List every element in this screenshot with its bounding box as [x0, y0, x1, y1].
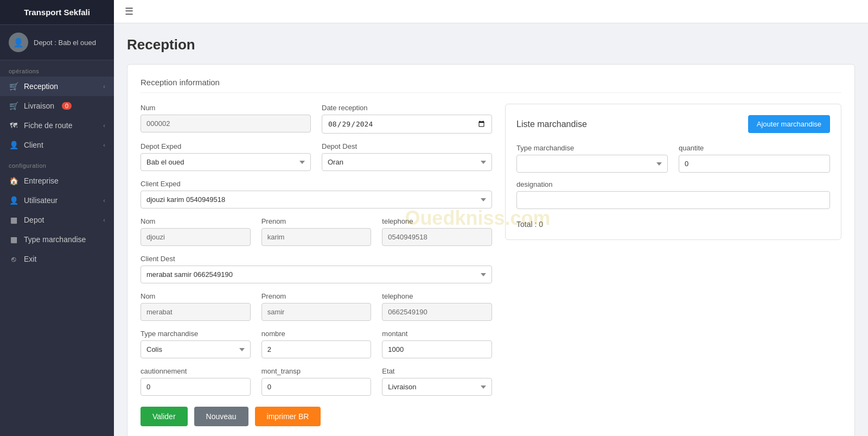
marchandise-designation-label: designation — [516, 180, 830, 188]
sidebar-item-label: Client — [24, 141, 43, 149]
marchandise-type-select[interactable] — [516, 155, 668, 173]
prenom-exped-group: Prenom — [261, 217, 372, 246]
tel-exped-input[interactable] — [382, 228, 492, 246]
sidebar-item-entreprise[interactable]: 🏠 Entreprise — [0, 171, 114, 191]
nom-exped-input[interactable] — [141, 228, 251, 246]
sidebar-item-livraison[interactable]: 🛒 Livraison 0 — [0, 96, 114, 116]
marchandise-container: Liste marchandise Ajouter marchandise Ty… — [505, 104, 841, 240]
prenom-dest-input[interactable] — [261, 303, 372, 321]
sidebar-item-fiche-de-route[interactable]: 🗺 Fiche de route ‹ — [0, 116, 114, 135]
total-text: Total : 0 — [516, 220, 543, 229]
sidebar-item-label: Livraison — [24, 102, 54, 110]
mont-transp-group: mont_transp — [261, 367, 372, 396]
cautionnement-input[interactable] — [141, 378, 251, 396]
depot-exped-select[interactable]: Bab el oued — [141, 153, 311, 171]
content-area: Reception Reception information Num Date… — [114, 23, 868, 436]
marchandise-panel: Liste marchandise Ajouter marchandise Ty… — [505, 104, 841, 426]
num-date-row: Num Date reception — [141, 104, 492, 134]
chevron-icon: ‹ — [103, 197, 105, 204]
prenom-dest-group: Prenom — [261, 292, 372, 321]
marchandise-designation-group: designation — [516, 180, 830, 209]
marchandise-quantite-input[interactable] — [679, 155, 830, 173]
app-title: Transport Sekfali — [0, 0, 114, 25]
nom-exped-group: Nom — [141, 217, 251, 246]
marchandise-title: Liste marchandise — [516, 119, 587, 129]
client-dest-row: Client Dest merabat samir 0662549190 — [141, 255, 492, 283]
depot-label: Depot : Bab el oued — [34, 39, 96, 47]
type-icon: ▦ — [9, 235, 18, 244]
form-left: Num Date reception Depot Exped — [141, 104, 492, 426]
etat-group: Etat Livraison En attente Livré — [382, 367, 492, 396]
marchandise-header: Liste marchandise Ajouter marchandise — [516, 115, 830, 133]
nom-prenom-tel-exped-row: Nom Prenom telephone — [141, 217, 492, 246]
date-reception-input[interactable] — [322, 115, 492, 134]
nombre-input[interactable] — [261, 340, 372, 358]
prenom-dest-label: Prenom — [261, 292, 372, 300]
marchandise-type-label: Type marchandise — [516, 144, 668, 152]
user-info: 👤 Depot : Bab el oued — [0, 25, 114, 60]
sidebar-item-label: Entreprise — [24, 176, 59, 185]
depot-exped-label: Depot Exped — [141, 142, 311, 150]
livraison-badge: 0 — [62, 102, 72, 110]
date-reception-label: Date reception — [322, 104, 492, 112]
entreprise-icon: 🏠 — [9, 176, 18, 185]
sidebar-item-depot[interactable]: ▦ Depot ‹ — [0, 210, 114, 230]
exit-icon: ⎋ — [9, 255, 18, 263]
num-input[interactable] — [141, 115, 311, 132]
nom-exped-label: Nom — [141, 217, 251, 225]
sidebar-item-client[interactable]: 👤 Client ‹ — [0, 135, 114, 155]
sidebar-item-reception[interactable]: 🛒 Reception ‹ — [0, 77, 114, 96]
client-exped-group: Client Exped djouzi karim 0540949518 — [141, 180, 492, 208]
marchandise-quantite-label: quantite — [679, 144, 830, 152]
client-icon: 👤 — [9, 141, 18, 149]
chevron-icon: ‹ — [103, 217, 105, 223]
depot-dest-select[interactable]: Oran — [322, 153, 492, 171]
type-marchandise-label: Type marchandise — [141, 330, 251, 338]
client-exped-row: Client Exped djouzi karim 0540949518 — [141, 180, 492, 208]
ajouter-marchandise-button[interactable]: Ajouter marchandise — [748, 115, 830, 133]
prenom-exped-label: Prenom — [261, 217, 372, 225]
card-title: Reception information — [141, 78, 841, 93]
depot-row: Depot Exped Bab el oued Depot Dest Oran — [141, 142, 492, 171]
imprimer-br-button[interactable]: imprimer BR — [255, 407, 321, 426]
sidebar-item-label: Type marchandise — [24, 235, 86, 244]
montant-input[interactable] — [382, 340, 492, 358]
action-buttons: Valider Nouveau imprimer BR — [141, 407, 492, 426]
mont-transp-input[interactable] — [261, 378, 372, 396]
marchandise-form: Type marchandise quantite — [516, 144, 830, 209]
type-marchandise-group: Type marchandise Colis — [141, 330, 251, 358]
nom-dest-group: Nom — [141, 292, 251, 321]
nouveau-button[interactable]: Nouveau — [194, 407, 248, 426]
sidebar-item-type-marchandise[interactable]: ▦ Type marchandise — [0, 230, 114, 249]
nombre-group: nombre — [261, 330, 372, 358]
marchandise-type-group: Type marchandise — [516, 144, 668, 173]
sidebar-item-label: Utilisateur — [24, 196, 58, 205]
client-dest-label: Client Dest — [141, 255, 492, 263]
sidebar-item-exit[interactable]: ⎋ Exit — [0, 249, 114, 269]
menu-icon[interactable]: ☰ — [125, 5, 133, 17]
sidebar: Transport Sekfali 👤 Depot : Bab el oued … — [0, 0, 114, 436]
sidebar-item-label: Reception — [24, 82, 58, 91]
sidebar-item-utilisateur[interactable]: 👤 Utilisateur ‹ — [0, 191, 114, 210]
prenom-exped-input[interactable] — [261, 228, 372, 246]
montant-group: montant — [382, 330, 492, 358]
main-content: ☰ Reception Reception information Num Da… — [114, 0, 868, 436]
depot-dest-label: Depot Dest — [322, 142, 492, 150]
nom-dest-label: Nom — [141, 292, 251, 300]
livraison-icon: 🛒 — [9, 102, 18, 110]
tel-dest-input[interactable] — [382, 303, 492, 321]
client-dest-select[interactable]: merabat samir 0662549190 — [141, 266, 492, 283]
etat-select[interactable]: Livraison En attente Livré — [382, 378, 492, 396]
date-reception-group: Date reception — [322, 104, 492, 134]
etat-label: Etat — [382, 367, 492, 375]
chevron-icon: ‹ — [103, 83, 105, 90]
type-nombre-montant-row: Type marchandise Colis nombre montant — [141, 330, 492, 358]
valider-button[interactable]: Valider — [141, 407, 188, 426]
marchandise-designation-row: designation — [516, 180, 830, 209]
nom-dest-input[interactable] — [141, 303, 251, 321]
avatar: 👤 — [9, 33, 28, 52]
sidebar-item-label: Fiche de route — [24, 121, 73, 130]
marchandise-designation-input[interactable] — [516, 191, 830, 209]
client-exped-select[interactable]: djouzi karim 0540949518 — [141, 191, 492, 208]
type-marchandise-select[interactable]: Colis — [141, 340, 251, 358]
